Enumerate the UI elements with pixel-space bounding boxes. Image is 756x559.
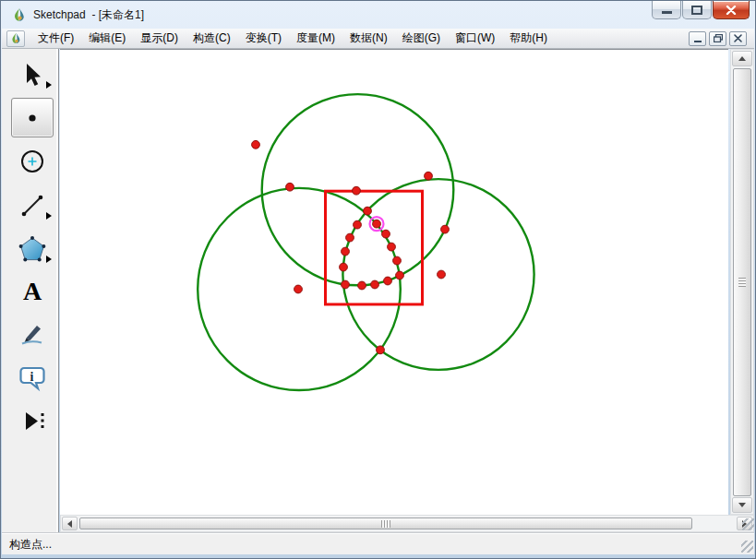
construction-point[interactable] bbox=[425, 172, 433, 180]
svg-text:A: A bbox=[23, 277, 42, 305]
construction-point[interactable] bbox=[371, 280, 379, 289]
menu-item-edit[interactable]: 编辑(E) bbox=[81, 28, 133, 49]
tool-segment[interactable] bbox=[11, 185, 54, 225]
construction-point[interactable] bbox=[373, 220, 381, 228]
mdi-minimize-icon bbox=[694, 41, 702, 42]
tool-circle[interactable] bbox=[11, 141, 54, 181]
canvas-svg bbox=[60, 50, 728, 515]
scrollbar-grip-icon bbox=[738, 278, 746, 287]
tool-selection-arrow[interactable] bbox=[11, 54, 54, 94]
construction-point[interactable] bbox=[384, 277, 392, 285]
app-logo-icon bbox=[12, 7, 27, 22]
tool-polygon[interactable] bbox=[11, 229, 54, 268]
maximize-icon bbox=[691, 6, 702, 15]
mdi-restore-button[interactable] bbox=[709, 31, 726, 46]
menu-item-display[interactable]: 显示(D) bbox=[133, 28, 186, 49]
construction-point[interactable] bbox=[377, 346, 385, 354]
polygon-icon bbox=[18, 234, 47, 264]
mdi-minimize-button[interactable] bbox=[689, 31, 706, 46]
tool-marker[interactable] bbox=[11, 313, 54, 352]
window-title: Sketchpad - [未命名1] bbox=[33, 1, 144, 29]
scroll-up-icon bbox=[738, 56, 746, 61]
construction-point[interactable] bbox=[346, 233, 354, 242]
menu-bar: 文件(F)编辑(E)显示(D)构造(C)变换(T)度量(M)数据(N)绘图(G)… bbox=[2, 29, 754, 49]
mdi-restore-icon bbox=[714, 34, 723, 42]
tool-point[interactable] bbox=[11, 98, 54, 137]
title-bar[interactable]: Sketchpad - [未命名1] bbox=[2, 1, 754, 29]
close-icon bbox=[726, 6, 737, 15]
tool-information[interactable]: i bbox=[11, 358, 54, 398]
submenu-arrow-icon bbox=[46, 81, 52, 89]
menu-item-window[interactable]: 窗口(W) bbox=[448, 28, 502, 49]
construction-point[interactable] bbox=[364, 207, 372, 215]
scroll-up-button[interactable] bbox=[732, 51, 752, 66]
construction-point[interactable] bbox=[382, 230, 390, 238]
menu-item-graph[interactable]: 绘图(G) bbox=[395, 28, 448, 49]
point-icon bbox=[18, 104, 46, 132]
menu-item-file[interactable]: 文件(F) bbox=[30, 28, 81, 49]
resize-grip-icon[interactable] bbox=[741, 541, 753, 553]
scrollbar-grip-icon bbox=[381, 520, 390, 528]
marker-pen-icon bbox=[18, 319, 46, 347]
submenu-arrow-icon bbox=[46, 256, 52, 263]
info-bubble-icon: i bbox=[18, 364, 47, 392]
status-text: 构造点... bbox=[9, 537, 52, 553]
document-menu-button[interactable] bbox=[6, 30, 25, 47]
construction-point[interactable] bbox=[252, 140, 260, 149]
text-a-icon: A bbox=[18, 276, 47, 307]
construction-point[interactable] bbox=[353, 186, 361, 195]
construction-point[interactable] bbox=[393, 256, 402, 265]
scroll-down-icon bbox=[738, 503, 746, 507]
construction-point[interactable] bbox=[354, 220, 362, 229]
mdi-buttons bbox=[689, 31, 747, 46]
segment-icon bbox=[18, 192, 46, 220]
minimize-button[interactable] bbox=[652, 1, 681, 19]
menu-items: 文件(F)编辑(E)显示(D)构造(C)变换(T)度量(M)数据(N)绘图(G)… bbox=[30, 29, 555, 48]
menu-item-data[interactable]: 数据(N) bbox=[342, 28, 395, 49]
arrow-cursor-icon bbox=[18, 61, 46, 89]
caption-buttons bbox=[651, 1, 750, 19]
scroll-down-button[interactable] bbox=[732, 497, 752, 513]
construction-point[interactable] bbox=[438, 270, 446, 279]
vertical-scrollbar[interactable] bbox=[730, 49, 754, 515]
menu-item-measure[interactable]: 度量(M) bbox=[289, 28, 342, 49]
scroll-left-icon bbox=[67, 520, 72, 528]
mdi-close-icon bbox=[734, 34, 742, 42]
submenu-arrow-icon bbox=[46, 212, 52, 220]
status-bar: 构造点... bbox=[2, 533, 754, 554]
minimize-icon bbox=[662, 11, 672, 14]
construction-point[interactable] bbox=[342, 247, 350, 256]
close-button[interactable] bbox=[713, 1, 750, 19]
vertical-scrollbar-thumb[interactable] bbox=[733, 68, 751, 496]
construction-point[interactable] bbox=[286, 183, 294, 191]
drawing-canvas[interactable] bbox=[60, 49, 728, 515]
menu-item-help[interactable]: 帮助(H) bbox=[502, 28, 555, 49]
horizontal-scrollbar[interactable] bbox=[60, 515, 754, 532]
circle-icon bbox=[18, 148, 46, 175]
construction-point[interactable] bbox=[294, 285, 303, 293]
tool-palette: A i bbox=[2, 49, 59, 532]
maximize-button[interactable] bbox=[682, 1, 712, 19]
construction-point[interactable] bbox=[358, 281, 366, 290]
construction-point[interactable] bbox=[340, 263, 348, 271]
tool-custom[interactable] bbox=[11, 400, 54, 440]
construction-point[interactable] bbox=[342, 280, 350, 289]
document-logo-icon bbox=[10, 32, 22, 44]
app-window: Sketchpad - [未命名1] bbox=[0, 0, 756, 559]
scroll-left-button[interactable] bbox=[62, 517, 78, 530]
horizontal-scrollbar-thumb[interactable] bbox=[79, 517, 692, 529]
resize-grip-icon[interactable] bbox=[742, 518, 754, 530]
tool-text[interactable]: A bbox=[11, 271, 54, 311]
construction-point[interactable] bbox=[388, 243, 396, 251]
construction-point[interactable] bbox=[441, 225, 450, 233]
menu-item-transform[interactable]: 变换(T) bbox=[238, 28, 289, 49]
mdi-close-button[interactable] bbox=[729, 31, 747, 46]
svg-text:i: i bbox=[30, 369, 34, 383]
construction-point[interactable] bbox=[396, 271, 404, 280]
menu-item-construct[interactable]: 构造(C) bbox=[186, 28, 238, 49]
custom-tool-icon bbox=[18, 407, 46, 434]
